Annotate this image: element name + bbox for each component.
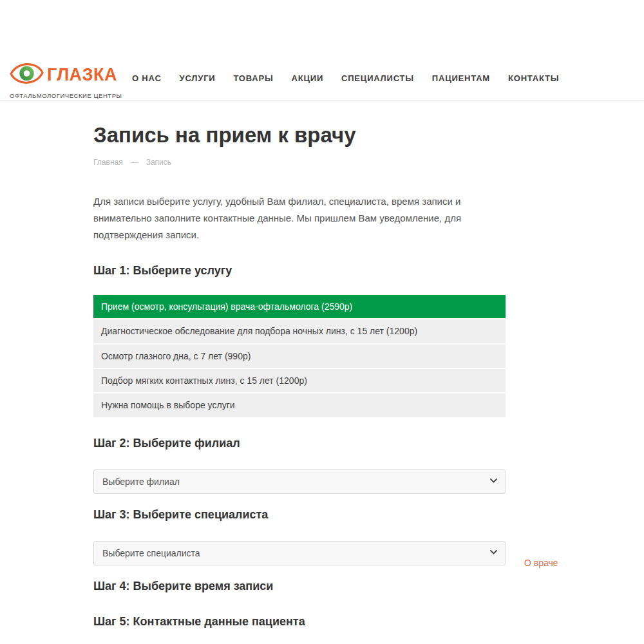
branch-select-wrap: Выберите филиал [93, 469, 506, 494]
nav-item-about[interactable]: О НАС [132, 73, 162, 83]
eye-icon [10, 61, 44, 89]
step2-heading: Шаг 2: Выберите филиал [93, 437, 506, 450]
service-option[interactable]: Диагностическое обследование для подбора… [93, 319, 506, 343]
service-option[interactable]: Осмотр глазного дна, с 7 лет (990р) [93, 345, 506, 368]
intro-text: Для записи выберите услугу, удобный Вам … [93, 193, 506, 243]
about-doctor-link[interactable]: О враче [524, 558, 558, 568]
specialist-select[interactable]: Выберите специалиста [94, 542, 505, 565]
breadcrumb-current: Запись [146, 158, 171, 167]
brand-name: ГЛАЗКА [47, 66, 117, 84]
branch-select[interactable]: Выберите филиал [94, 470, 505, 493]
service-option-selected[interactable]: Прием (осмотр, консультация) врача-офтал… [93, 295, 506, 318]
step5-heading: Шаг 5: Контактные данные пациента [93, 615, 506, 629]
brand-tagline: ОФТАЛЬМОЛОГИЧЕСКИЕ ЦЕНТРЫ [10, 92, 122, 99]
breadcrumb-home[interactable]: Главная [93, 158, 123, 167]
nav-item-promos[interactable]: АКЦИИ [292, 73, 324, 83]
nav-item-specialists[interactable]: СПЕЦИАЛИСТЫ [341, 73, 414, 83]
breadcrumb-separator: — [131, 158, 138, 167]
step4-heading: Шаг 4: Выберите время записи [93, 580, 506, 593]
site-header: ГЛАЗКА ОФТАЛЬМОЛОГИЧЕСКИЕ ЦЕНТРЫ О НАС У… [0, 0, 644, 100]
page-title: Запись на прием к врачу [93, 124, 506, 147]
service-list: Прием (осмотр, консультация) врача-офтал… [93, 295, 506, 417]
nav-item-contacts[interactable]: КОНТАКТЫ [508, 73, 559, 83]
service-option[interactable]: Нужна помощь в выборе услуги [93, 393, 506, 417]
breadcrumb: Главная—Запись [93, 158, 506, 167]
step1-heading: Шаг 1: Выберите услугу [93, 264, 506, 278]
service-option[interactable]: Подбор мягких контактных линз, с 15 лет … [93, 369, 506, 392]
site-logo[interactable]: ГЛАЗКА ОФТАЛЬМОЛОГИЧЕСКИЕ ЦЕНТРЫ [10, 61, 122, 99]
nav-item-patients[interactable]: ПАЦИЕНТАМ [432, 73, 490, 83]
main-nav: О НАС УСЛУГИ ТОВАРЫ АКЦИИ СПЕЦИАЛИСТЫ ПА… [132, 73, 559, 83]
nav-item-products[interactable]: ТОВАРЫ [233, 73, 273, 83]
nav-item-services[interactable]: УСЛУГИ [180, 73, 216, 83]
step3-heading: Шаг 3: Выберите специалиста [93, 508, 506, 522]
specialist-select-wrap: Выберите специалиста [93, 541, 506, 565]
specialist-select-row: Выберите специалиста О враче [93, 541, 506, 565]
branch-select-row: Выберите филиал [93, 469, 506, 494]
main-content: Запись на прием к врачу Главная—Запись Д… [93, 124, 506, 629]
